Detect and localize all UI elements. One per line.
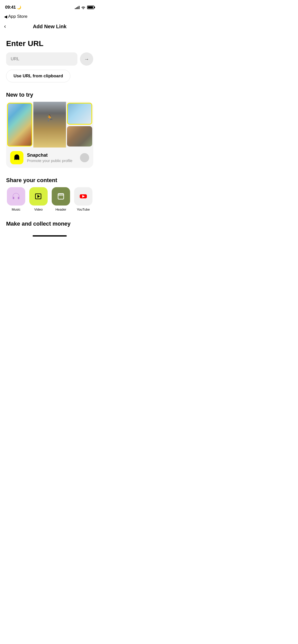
url-section-title: Enter URL: [6, 39, 93, 48]
music-icon-wrap: [7, 187, 25, 206]
content-item-youtube[interactable]: YouTube: [73, 187, 93, 211]
youtube-icon-wrap: [74, 187, 92, 206]
back-chevron-icon[interactable]: ‹: [4, 24, 6, 29]
snapchat-card[interactable]: 🏃 Snapchat Promote your pu: [6, 102, 93, 168]
content-item-header[interactable]: Header: [51, 187, 71, 211]
share-content-section: Share your content Music: [6, 177, 93, 211]
money-section-title: Make and collect money: [6, 221, 93, 227]
signal-icon: [75, 6, 79, 9]
music-label: Music: [12, 208, 20, 211]
snapchat-toggle[interactable]: [80, 153, 89, 162]
content-item-music[interactable]: Music: [6, 187, 26, 211]
home-bar: [33, 235, 67, 237]
svg-marker-1: [37, 195, 40, 198]
clipboard-button[interactable]: Use URL from clipboard: [6, 70, 70, 82]
header-icon: [56, 192, 65, 201]
snapchat-card-info: Snapchat Promote your public profile: [6, 148, 93, 168]
video-icon: [34, 192, 43, 201]
url-input[interactable]: [6, 52, 77, 66]
snapchat-icon: [10, 151, 23, 164]
header-label: Header: [56, 208, 66, 211]
video-icon-wrap: [29, 187, 48, 206]
wifi-icon: [81, 6, 86, 9]
content-item-video[interactable]: Video: [29, 187, 48, 211]
snapchat-description: Promote your public profile: [27, 158, 76, 163]
url-submit-button[interactable]: →: [80, 52, 93, 66]
home-indicator: [0, 232, 99, 239]
back-arrow-icon: ◀: [4, 14, 7, 19]
page-header: ‹ Add New Link: [0, 20, 99, 31]
status-bar: 09:41 🌙: [0, 0, 99, 13]
content-grid: Music Video: [6, 187, 93, 211]
new-to-try-section: New to try 🏃: [6, 92, 93, 168]
new-to-try-label: New to try: [6, 92, 93, 98]
nav-back[interactable]: ◀ App Store: [0, 13, 99, 20]
snapchat-text: Snapchat Promote your public profile: [27, 153, 76, 163]
snapchat-name: Snapchat: [27, 153, 76, 158]
share-content-label: Share your content: [6, 177, 93, 184]
moon-icon: 🌙: [17, 5, 21, 9]
snapchat-card-image: 🏃: [6, 102, 93, 148]
url-section: Enter URL → Use URL from clipboard: [6, 39, 93, 92]
header-icon-wrap: [52, 187, 70, 206]
main-content: Enter URL → Use URL from clipboard New t…: [0, 31, 99, 232]
music-icon: [11, 192, 21, 201]
arrow-right-icon: →: [84, 56, 89, 62]
svg-rect-3: [58, 194, 64, 196]
video-label: Video: [34, 208, 43, 211]
youtube-icon: [79, 192, 88, 201]
status-time: 09:41: [5, 5, 16, 10]
ghost-icon: [13, 154, 21, 162]
nav-back-label: App Store: [8, 14, 28, 19]
battery-icon: [87, 6, 94, 9]
url-input-row: →: [6, 52, 93, 66]
youtube-label: YouTube: [77, 208, 90, 211]
page-title: Add New Link: [33, 24, 66, 30]
money-section: Make and collect money: [6, 221, 93, 232]
status-icons: [75, 6, 94, 9]
